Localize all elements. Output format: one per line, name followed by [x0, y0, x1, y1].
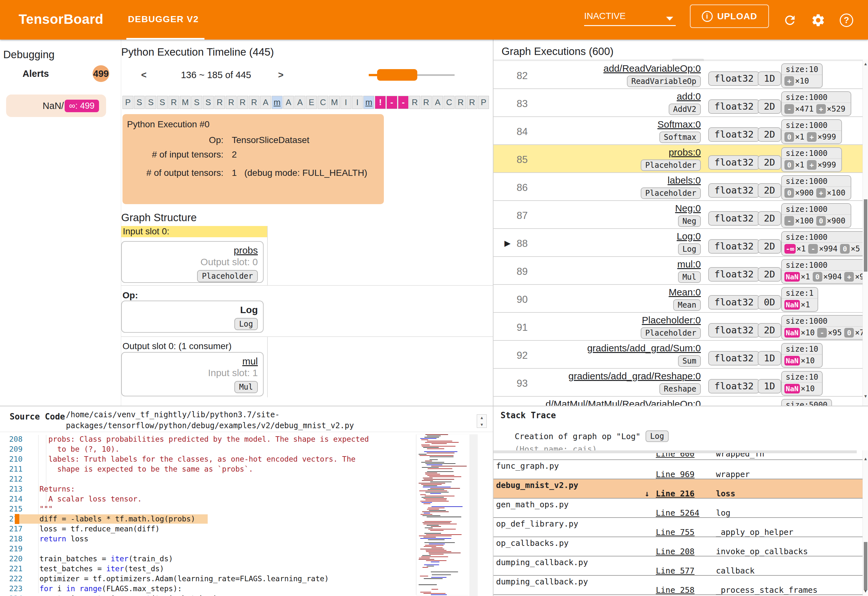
stack-frame[interactable]: debug_mnist_v2.py↓Line 216loss	[493, 479, 862, 499]
code-line[interactable]: 222 optimizer = tf.optimizers.Adam(learn…	[0, 574, 415, 584]
timeline-tile[interactable]: S	[157, 96, 168, 109]
graph-execution-row[interactable]: 89mul:0Mulfloat322Dsize:1000NaN×10×904+×…	[493, 257, 862, 285]
frame-line-link[interactable]: Line 216	[656, 489, 694, 498]
input-node-link[interactable]: probs	[234, 245, 258, 255]
tensor-name-link[interactable]: gradients/add_grad/Sum:0	[587, 343, 701, 353]
timeline-tile[interactable]: A	[294, 96, 306, 109]
tensor-name-link[interactable]: d/MatMul/MatMul/ReadVariableOp:0	[546, 398, 701, 406]
code-line[interactable]: 211 shape is expected to be the same as …	[0, 464, 415, 474]
tensor-name-link[interactable]: add/ReadVariableOp:0	[604, 63, 701, 74]
timeline-tile[interactable]: -	[398, 96, 409, 109]
line-number[interactable]: 209	[0, 444, 22, 454]
line-number[interactable]: 218	[0, 534, 22, 544]
stack-frame[interactable]: dumping_callback.pyLine 258_process_stac…	[493, 576, 862, 595]
frame-line-link[interactable]: Line 577	[656, 566, 694, 575]
graph-executions-scrollbar[interactable]: ▲ ▼	[862, 59, 868, 406]
stack-frame[interactable]: func_graph.pyLine 969wrapper	[493, 460, 862, 479]
line-number[interactable]: 214	[0, 494, 22, 504]
code-line[interactable]: 219	[0, 544, 415, 554]
timeline-tile[interactable]: S	[191, 96, 202, 109]
timeline-tile[interactable]: P	[123, 96, 133, 109]
timeline-tile[interactable]: C	[444, 96, 455, 109]
alerts-section-toggle[interactable]: Alerts 499	[0, 65, 109, 83]
code-line[interactable]: 213 Returns:	[0, 484, 415, 494]
timeline-tile[interactable]: S	[203, 96, 214, 109]
tensor-name-link[interactable]: labels:0	[668, 175, 701, 186]
frame-line-link[interactable]: Line 258	[656, 586, 694, 595]
timeline-tile[interactable]: R	[421, 96, 432, 109]
timeline-tile[interactable]: R	[214, 96, 225, 109]
line-number[interactable]: 221	[0, 564, 22, 574]
timeline-tile[interactable]: I	[341, 96, 351, 109]
nan-inf-alert-item[interactable]: NaN/ ∞: 499	[6, 94, 106, 117]
line-number[interactable]: 217	[0, 524, 22, 534]
timeline-tile[interactable]: A	[283, 96, 294, 109]
tensor-name-link[interactable]: gradients/add_grad/Reshape:0	[568, 371, 701, 381]
line-number[interactable]: 219	[0, 544, 22, 554]
code-line[interactable]: 223 for i in range(FLAGS.max_steps):	[0, 584, 415, 594]
scrollbar-thumb[interactable]	[864, 199, 867, 271]
line-number[interactable]: 213	[0, 484, 22, 494]
scroll-up-icon[interactable]: ▲	[863, 61, 868, 66]
graph-execution-row[interactable]: ▶88Log:0Logfloat322Dsize:1000-∞×1-×9940×…	[493, 229, 862, 257]
frame-line-link[interactable]: Line 755	[656, 528, 694, 537]
scrollbar-thumb[interactable]	[864, 542, 867, 590]
graph-execution-row[interactable]: 83add:0AddV2float322Dsize:1000-×471+×529	[493, 89, 862, 117]
frame-line-link[interactable]: Line 600	[656, 453, 694, 459]
timeline-tile[interactable]: !	[375, 96, 386, 109]
code-minimap[interactable]	[417, 434, 469, 595]
line-number[interactable]: 208	[0, 434, 22, 444]
line-number[interactable]: 223	[0, 584, 22, 594]
timeline-tile[interactable]: P	[478, 96, 489, 109]
consumer-node-link[interactable]: mul	[242, 356, 258, 366]
graph-execution-row[interactable]: 85probs:0Placeholderfloat322Dsize:10000×…	[493, 145, 862, 173]
graph-execution-row[interactable]: 82add/ReadVariableOp:0ReadVariableOpfloa…	[493, 61, 862, 89]
stack-frame[interactable]: gen_math_ops.pyLine 5264log	[493, 499, 862, 518]
tensor-name-link[interactable]: Neg:0	[675, 203, 701, 214]
code-line[interactable]: 208 probs: Class probabilities predicted…	[0, 434, 415, 444]
code-line[interactable]: 215 """	[0, 504, 415, 514]
timeline-tile[interactable]: A	[260, 96, 271, 109]
frame-line-link[interactable]: Line 5264	[656, 508, 699, 518]
frame-line-link[interactable]: Line 208	[656, 547, 694, 556]
timeline-tile[interactable]: m	[363, 96, 374, 109]
graph-execution-row[interactable]: d/MatMul/MatMul/ReadVariableOp:0size:500…	[493, 397, 862, 406]
timeline-next-button[interactable]: >	[278, 70, 283, 80]
line-number[interactable]: 211	[0, 464, 22, 474]
line-number[interactable]: 210	[0, 454, 22, 464]
graph-execution-row[interactable]: 93gradients/add_grad/Reshape:0Reshapeflo…	[493, 369, 862, 397]
scroll-up-icon[interactable]: ▲	[481, 415, 483, 420]
graph-execution-row[interactable]: 87Neg:0Negfloat322Dsize:1000-×1000×900	[493, 201, 862, 229]
timeline-tile[interactable]: R	[168, 96, 179, 109]
scroll-up-icon[interactable]: ▲	[863, 456, 868, 461]
tensor-name-link[interactable]: mul:0	[678, 259, 701, 269]
stack-frame[interactable]: op_callbacks.pyLine 208invoke_op_callbac…	[493, 537, 862, 556]
tensor-name-link[interactable]: Placeholder:0	[642, 315, 701, 325]
code-line[interactable]: 217 loss = tf.reduce_mean(diff)	[0, 524, 415, 534]
tensor-name-link[interactable]: probs:0	[669, 147, 701, 158]
timeline-prev-button[interactable]: <	[141, 70, 146, 80]
code-line[interactable]: 218 return loss	[0, 534, 415, 544]
stack-frame[interactable]: Line 600wrapped_fn	[493, 453, 862, 460]
timeline-tile[interactable]: S	[145, 96, 156, 109]
timeline-tile[interactable]: R	[237, 96, 248, 109]
path-scroll-widget[interactable]: ▲ ▼	[477, 415, 487, 428]
code-line[interactable]: 209 to be (?, 10).	[0, 444, 415, 454]
timeline-tile[interactable]: m	[272, 96, 283, 109]
frame-line-link[interactable]: Line 969	[656, 470, 694, 479]
tensor-name-link[interactable]: add:0	[677, 91, 701, 102]
code-line[interactable]: 214 A scalar loss tensor.	[0, 494, 415, 504]
scroll-down-icon[interactable]: ▼	[481, 422, 483, 427]
stack-trace-scrollbar[interactable]: ▲ ▼	[862, 450, 868, 596]
graph-execution-row[interactable]: 91Placeholder:0Placeholderfloat322Dsize:…	[493, 313, 862, 341]
tab-debugger-v2[interactable]: DEBUGGER V2	[128, 14, 199, 24]
code-line[interactable]: 210 labels: Truth labels for the classes…	[0, 454, 415, 464]
timeline-tile[interactable]: R	[455, 96, 466, 109]
line-number[interactable]: 215	[0, 504, 22, 514]
slider-thumb[interactable]	[377, 69, 417, 81]
code-line[interactable]: 221 test_batches = iter(test_ds)	[0, 564, 415, 574]
timeline-slider[interactable]	[369, 68, 456, 82]
graph-execution-row[interactable]: 92gradients/add_grad/Sum:0Sumfloat321Dsi…	[493, 341, 862, 369]
help-icon[interactable]: ?	[839, 13, 854, 28]
timeline-tile[interactable]: R	[249, 96, 260, 109]
